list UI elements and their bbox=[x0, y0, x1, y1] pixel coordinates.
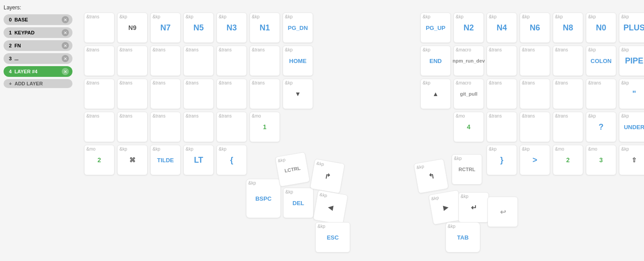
layer-name-1: KEYPAD bbox=[14, 30, 34, 35]
key-l3-5[interactable]: &trans bbox=[216, 79, 247, 109]
key-value: ▼ bbox=[295, 90, 301, 97]
key-r1-1[interactable]: &kp PG_UP bbox=[420, 13, 451, 43]
key-l3-4[interactable]: &trans bbox=[183, 79, 214, 109]
layer-close-2[interactable]: ✕ bbox=[62, 42, 69, 49]
key-r2-5[interactable]: &trans bbox=[553, 46, 583, 76]
key-thumb-del[interactable]: &kp DEL bbox=[283, 188, 314, 218]
key-r4-5[interactable]: &kp ? bbox=[586, 112, 616, 142]
key-label: &trans bbox=[119, 81, 132, 85]
key-l5-2[interactable]: &kp ⌘ bbox=[117, 145, 148, 175]
key-r3-7[interactable]: &kp " bbox=[619, 79, 644, 109]
key-l4-4[interactable]: &trans bbox=[183, 112, 214, 142]
layer-2[interactable]: 2 FN ✕ bbox=[4, 40, 72, 51]
key-l4-3[interactable]: &trans bbox=[150, 112, 181, 142]
key-l1-1[interactable]: &trans bbox=[84, 13, 114, 43]
key-rthumb-3[interactable]: ↩ bbox=[487, 197, 518, 227]
key-l2-6[interactable]: &trans bbox=[250, 46, 280, 76]
key-r2-6[interactable]: &kp COLON bbox=[586, 46, 616, 76]
key-r1-6[interactable]: &kp N0 bbox=[586, 13, 616, 43]
layer-close-1[interactable]: ✕ bbox=[62, 29, 69, 36]
key-r1-2[interactable]: &kp N2 bbox=[453, 13, 484, 43]
key-label: &kp bbox=[423, 48, 430, 52]
key-thumb-bspc[interactable]: &kp BSPC bbox=[246, 179, 281, 218]
key-l1-3[interactable]: &kp N7 bbox=[150, 13, 181, 43]
key-thumb-r2[interactable]: &kp ◀ bbox=[313, 190, 348, 225]
key-l1-7[interactable]: &kp PG_DN bbox=[283, 13, 313, 43]
key-rthumb-tab[interactable]: &kp TAB bbox=[445, 222, 480, 253]
key-r3-6[interactable]: &trans bbox=[586, 79, 616, 109]
key-r5-1[interactable]: &kp } bbox=[487, 145, 517, 175]
key-l5-4[interactable]: &kp LT bbox=[183, 145, 214, 175]
key-l2-1[interactable]: &trans bbox=[84, 46, 114, 76]
key-l2-3[interactable]: &trans bbox=[150, 46, 181, 76]
key-r2-7[interactable]: &kp PIPE bbox=[619, 46, 644, 76]
key-rthumb-1[interactable]: &kp ↰ bbox=[414, 159, 449, 194]
key-r3-1[interactable]: &kp ▲ bbox=[420, 79, 451, 109]
key-thumb-esc[interactable]: &kp ESC bbox=[315, 222, 350, 253]
key-l3-2[interactable]: &trans bbox=[117, 79, 148, 109]
key-l3-1[interactable]: &trans bbox=[84, 79, 114, 109]
key-l2-2[interactable]: &trans bbox=[117, 46, 148, 76]
key-r1-7[interactable]: &kp PLUS bbox=[619, 13, 644, 43]
layer-name-4: Layer #4 bbox=[14, 69, 38, 74]
key-r3-4[interactable]: &trans bbox=[520, 79, 550, 109]
key-l2-7[interactable]: &kp HOME bbox=[283, 46, 313, 76]
layer-close-0[interactable]: ✕ bbox=[62, 16, 69, 23]
add-layer-button[interactable]: + Add Layer bbox=[4, 79, 72, 88]
key-l1-6[interactable]: &kp N1 bbox=[250, 13, 280, 43]
key-value: ESC bbox=[327, 234, 339, 241]
key-r2-1[interactable]: &kp END bbox=[420, 46, 451, 76]
key-l3-3[interactable]: &trans bbox=[150, 79, 181, 109]
key-r2-2[interactable]: &macro npm_run_dev bbox=[453, 46, 484, 76]
key-r2-4[interactable]: &trans bbox=[520, 46, 550, 76]
layer-1[interactable]: 1 KEYPAD ✕ bbox=[4, 27, 72, 38]
key-value: PLUS bbox=[623, 23, 644, 33]
key-l5-5[interactable]: &kp { bbox=[216, 145, 247, 175]
key-r2-3[interactable]: &trans bbox=[487, 46, 517, 76]
key-l4-1[interactable]: &trans bbox=[84, 112, 114, 142]
key-l1-5[interactable]: &kp N3 bbox=[216, 13, 247, 43]
key-label: &trans bbox=[588, 81, 601, 85]
key-r4-4[interactable]: &trans bbox=[553, 112, 583, 142]
key-r4-3[interactable]: &trans bbox=[520, 112, 550, 142]
key-rthumb-rctrl[interactable]: &kp RCTRL bbox=[452, 154, 482, 185]
key-label: &kp bbox=[555, 15, 563, 19]
key-value: N7 bbox=[160, 23, 170, 33]
key-l3-7[interactable]: &kp ▼ bbox=[283, 79, 313, 109]
layer-close-4[interactable]: ✕ bbox=[62, 68, 69, 75]
key-label: &trans bbox=[86, 48, 99, 52]
key-rthumb-enter[interactable]: &kp ↵ bbox=[458, 192, 489, 223]
key-r4-6[interactable]: &kp UNDER bbox=[619, 112, 644, 142]
key-r4-2[interactable]: &trans bbox=[487, 112, 517, 142]
key-r3-2[interactable]: &macro git_pull bbox=[453, 79, 484, 109]
key-label: &trans bbox=[186, 114, 199, 118]
key-r5-5[interactable]: &kp ⇧ bbox=[619, 145, 644, 175]
key-r5-3[interactable]: &mo 2 bbox=[553, 145, 583, 175]
key-l4-6[interactable]: &mo 1 bbox=[250, 112, 280, 142]
key-r5-2[interactable]: &kp > bbox=[520, 145, 550, 175]
layer-3[interactable]: 3 ... ✕ bbox=[4, 53, 72, 64]
key-l5-3[interactable]: &kp TILDE bbox=[150, 145, 181, 175]
key-r3-5[interactable]: &trans bbox=[553, 79, 583, 109]
key-l5-1[interactable]: &mo 2 bbox=[84, 145, 114, 175]
layer-0[interactable]: 0 BASE ✕ bbox=[4, 14, 72, 25]
key-thumb-r1[interactable]: &kp ↱ bbox=[310, 159, 345, 194]
key-r1-4[interactable]: &kp N6 bbox=[520, 13, 550, 43]
layer-num-2: 2 bbox=[9, 43, 12, 48]
key-label: &kp bbox=[621, 48, 629, 52]
key-l4-5[interactable]: &trans bbox=[216, 112, 247, 142]
key-r3-3[interactable]: &trans bbox=[487, 79, 517, 109]
key-r4-1[interactable]: &mo 4 bbox=[453, 112, 484, 142]
key-r5-4[interactable]: &mo 3 bbox=[586, 145, 616, 175]
layer-close-3[interactable]: ✕ bbox=[62, 55, 69, 62]
key-l4-2[interactable]: &trans bbox=[117, 112, 148, 142]
key-r1-5[interactable]: &kp N8 bbox=[553, 13, 583, 43]
key-thumb-lctrl[interactable]: &kp LCTRL bbox=[275, 152, 310, 187]
key-l1-2[interactable]: &kp N9 bbox=[117, 13, 148, 43]
key-l2-5[interactable]: &trans bbox=[216, 46, 247, 76]
key-l3-6[interactable]: &trans bbox=[250, 79, 280, 109]
layer-4[interactable]: 4 Layer #4 ✕ bbox=[4, 66, 72, 77]
key-r1-3[interactable]: &kp N4 bbox=[487, 13, 517, 43]
key-l2-4[interactable]: &trans bbox=[183, 46, 214, 76]
key-l1-4[interactable]: &kp N5 bbox=[183, 13, 214, 43]
